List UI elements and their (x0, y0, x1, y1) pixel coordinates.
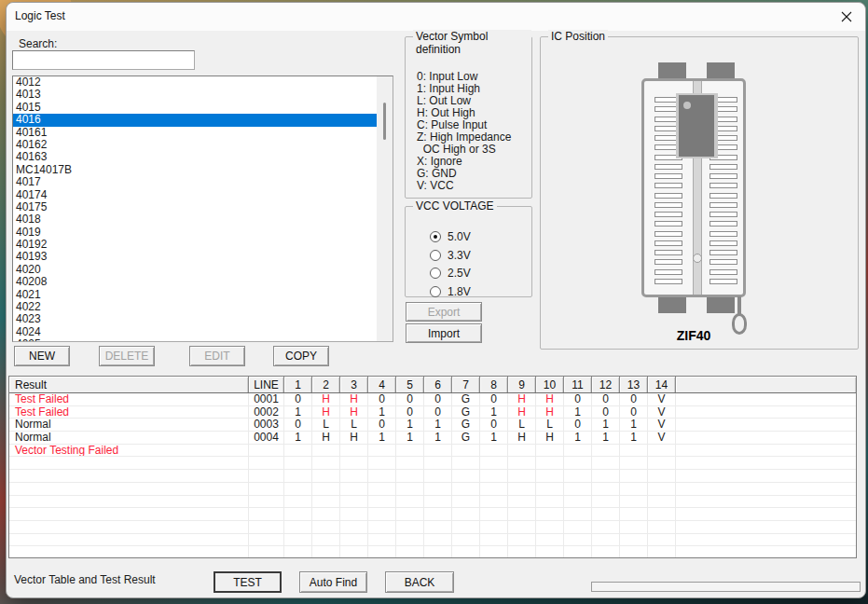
table-header-cell[interactable]: 9 (508, 377, 536, 392)
table-header-cell[interactable]: 8 (480, 377, 508, 392)
copy-button[interactable]: COPY (273, 346, 329, 366)
vector-cell (284, 470, 312, 482)
list-item[interactable]: 40163 (13, 151, 377, 163)
list-item[interactable]: 40161 (13, 127, 377, 139)
table-row[interactable]: Normal00030LL011G0LL011V (9, 419, 856, 432)
table-row[interactable] (9, 508, 856, 521)
table-header-cell[interactable]: 6 (424, 377, 452, 392)
delete-button[interactable]: DELETE (99, 346, 155, 366)
table-row[interactable] (9, 457, 856, 470)
table-header-cell[interactable]: 12 (592, 377, 620, 392)
vcc-radio-option[interactable]: 3.3V (430, 248, 471, 263)
table-header-cell[interactable]: 5 (396, 377, 424, 392)
list-item[interactable]: 4023 (13, 313, 377, 325)
vcc-radio-option[interactable]: 5.0V (430, 229, 471, 244)
vector-cell (452, 496, 480, 508)
table-row[interactable]: Vector Testing Failed (9, 445, 856, 458)
zif-pin-slot-left (654, 269, 682, 275)
list-item[interactable]: 4021 (13, 289, 377, 301)
table-header-cell[interactable]: 3 (340, 377, 368, 392)
zif-pin-slot-right (710, 173, 737, 179)
test-button[interactable]: TEST (214, 571, 282, 593)
search-input[interactable] (12, 50, 195, 70)
list-scrollbar[interactable] (377, 76, 393, 341)
list-item[interactable]: 4020 (13, 264, 377, 276)
table-row[interactable]: Test Failed00021HH100G1HH100V (9, 406, 856, 419)
vector-cell (312, 521, 340, 533)
vcc-radio-option[interactable]: 2.5V (430, 266, 471, 281)
filler-cell (676, 419, 856, 431)
list-item[interactable]: 4019 (13, 226, 377, 239)
vector-cell (620, 546, 648, 558)
table-row[interactable] (9, 534, 856, 547)
list-item[interactable]: 4015 (13, 102, 377, 114)
result-cell (9, 521, 249, 533)
table-header-cell[interactable]: 13 (620, 377, 648, 392)
vector-cell: H (340, 393, 368, 405)
vector-symbol-group: Vector Symbol definition 0: Input Low1: … (405, 36, 532, 199)
edit-button[interactable]: EDIT (189, 346, 245, 366)
import-button[interactable]: Import (406, 323, 482, 343)
list-item[interactable]: 4022 (13, 301, 377, 313)
table-row[interactable]: Normal00041HH111G1HH111V (9, 432, 856, 445)
close-button[interactable] (835, 7, 858, 27)
list-item[interactable]: 40193 (13, 251, 377, 263)
list-item[interactable]: 4016 (13, 114, 377, 126)
vector-cell (508, 470, 536, 482)
result-cell (9, 470, 249, 482)
zif-pin-slot-left (654, 240, 682, 246)
table-header-cell[interactable]: Result (9, 377, 249, 392)
vcc-radio-option[interactable]: 1.8V (430, 284, 471, 299)
vector-cell (480, 470, 508, 482)
list-item[interactable]: 4017 (13, 176, 377, 188)
list-item[interactable]: 40162 (13, 139, 377, 151)
result-cell: Normal (9, 432, 249, 444)
list-item[interactable]: 4012 (13, 76, 377, 89)
table-header: ResultLINE1234567891011121314 (9, 377, 856, 393)
table-header-cell[interactable]: 14 (648, 377, 676, 392)
vector-cell: G (452, 419, 480, 431)
list-item[interactable]: 4025 (13, 338, 377, 342)
back-button[interactable]: BACK (385, 571, 454, 593)
table-row[interactable] (9, 470, 856, 483)
vector-cell (284, 457, 312, 469)
titlebar: Logic Test (7, 3, 865, 31)
table-header-cell[interactable]: LINE (249, 377, 284, 392)
vector-cell (592, 546, 620, 558)
table-header-cell[interactable]: 7 (452, 377, 480, 392)
vector-cell: 1 (396, 432, 424, 444)
list-item[interactable]: 40192 (13, 239, 377, 251)
table-row[interactable] (9, 546, 856, 558)
list-item[interactable]: 40174 (13, 189, 377, 201)
table-header-cell[interactable]: 4 (368, 377, 396, 392)
vector-cell (368, 546, 396, 558)
vector-cell: 1 (480, 406, 508, 419)
list-item[interactable]: 40208 (13, 276, 377, 288)
table-header-cell[interactable]: 2 (312, 377, 340, 392)
vector-cell (368, 470, 396, 482)
list-item[interactable]: 4018 (13, 213, 377, 226)
export-button[interactable]: Export (406, 302, 482, 322)
list-item[interactable]: MC14017B (13, 164, 377, 176)
vector-cell (480, 534, 508, 546)
vector-symbol-group-title: Vector Symbol definition (413, 30, 531, 56)
list-item[interactable]: 4013 (13, 89, 377, 101)
table-row[interactable] (9, 521, 856, 534)
list-item[interactable]: 4024 (13, 326, 377, 338)
table-row[interactable] (9, 496, 856, 509)
vector-cell (536, 521, 564, 533)
vector-cell: 0 (284, 419, 312, 431)
vector-cell (424, 521, 452, 533)
vector-cell: H (508, 406, 536, 419)
list-item[interactable]: 40175 (13, 201, 377, 213)
list-scrollbar-thumb[interactable] (383, 103, 386, 140)
table-row[interactable] (9, 483, 856, 496)
auto-find-button[interactable]: Auto Find (299, 571, 367, 593)
new-button[interactable]: NEW (14, 346, 70, 366)
search-label: Search: (19, 37, 57, 50)
table-row[interactable]: Test Failed00010HH000G0HH000V (9, 393, 856, 406)
vector-cell (564, 445, 592, 457)
table-header-cell[interactable]: 11 (564, 377, 592, 392)
table-header-cell[interactable]: 10 (536, 377, 564, 392)
table-header-cell[interactable]: 1 (284, 377, 312, 392)
